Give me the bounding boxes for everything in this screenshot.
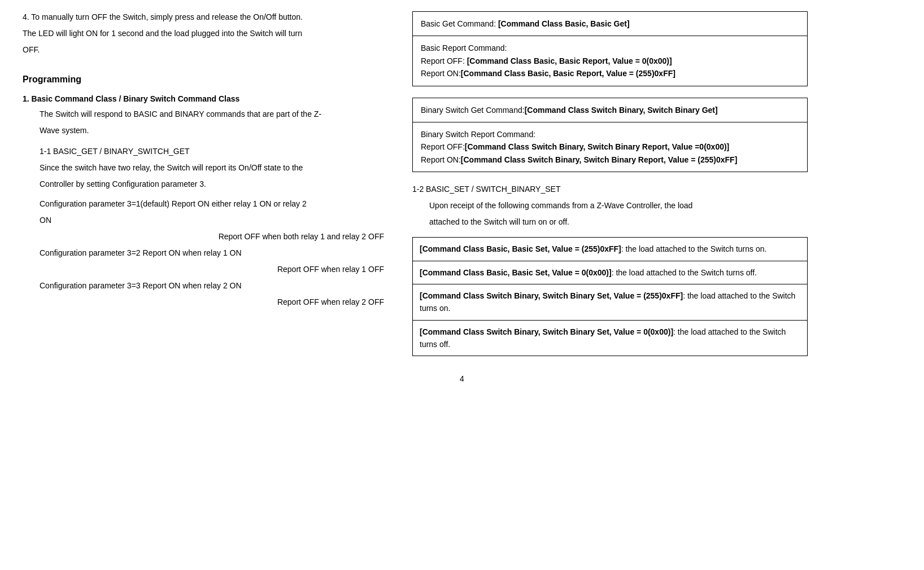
binary-get-label: Binary Switch Get Command:	[421, 106, 525, 115]
config2-text: Configuration parameter 3=2 Report ON wh…	[40, 247, 395, 259]
basic-report-off-pre: Report OFF:	[421, 56, 467, 65]
binary-report-label: Binary Switch Report Command:	[421, 130, 535, 139]
item4-text3: OFF.	[23, 44, 395, 56]
set-command-box: [Command Class Basic, Basic Set, Value =…	[412, 237, 808, 356]
binary-get-bold: [Command Class Switch Binary, Switch Bin…	[525, 106, 718, 115]
right-column: Basic Get Command: [Command Class Basic,…	[412, 11, 808, 356]
binary-report-row: Binary Switch Report Command: Report OFF…	[413, 122, 807, 172]
basic-report-row: Basic Report Command: Report OFF: [Comma…	[413, 36, 807, 85]
section1-desc1: The Switch will respond to BASIC and BIN…	[40, 108, 395, 120]
sub1-text2: Controller by setting Configuration para…	[40, 178, 395, 190]
config1-off: Report OFF when both relay 1 and relay 2…	[40, 231, 395, 243]
cmd1-row: [Command Class Basic, Basic Set, Value =…	[413, 238, 807, 260]
cmd1-bold: [Command Class Basic, Basic Set, Value =…	[420, 244, 621, 253]
sub2-desc1: Upon receipt of the following commands f…	[429, 200, 808, 212]
binary-get-row: Binary Switch Get Command:[Command Class…	[413, 98, 807, 122]
cmd4-row: [Command Class Switch Binary, Switch Bin…	[413, 320, 807, 356]
sub2-section: 1-2 BASIC_SET / SWITCH_BINARY_SET Upon r…	[412, 183, 808, 228]
programming-section: Programming 1. Basic Command Class / Bin…	[23, 73, 395, 308]
sub2-body: Upon receipt of the following commands f…	[429, 200, 808, 228]
binary-report-off-bold: [Command Class Switch Binary, Switch Bin…	[465, 142, 730, 151]
section1-body: The Switch will respond to BASIC and BIN…	[40, 108, 395, 137]
basic-report-on-pre: Report ON:	[421, 69, 461, 78]
basic-report-off-bold: [Command Class Basic, Basic Report, Valu…	[467, 56, 672, 65]
sub2-heading: 1-2 BASIC_SET / SWITCH_BINARY_SET	[412, 183, 808, 195]
cmd1-text: : the load attached to the Switch turns …	[621, 244, 767, 253]
sub1-text1: Since the switch have two relay, the Swi…	[40, 162, 395, 174]
basic-report-label: Basic Report Command:	[421, 43, 507, 52]
sub1-heading: 1-1 BASIC_GET / BINARY_SWITCH_GET	[40, 146, 395, 157]
item4-text1: 4. To manually turn OFF the Switch, simp…	[23, 11, 395, 23]
binary-report-on-bold: [Command Class Switch Binary, Switch Bin…	[461, 155, 737, 164]
cmd3-row: [Command Class Switch Binary, Switch Bin…	[413, 284, 807, 320]
config3-text: Configuration parameter 3=3 Report ON wh…	[40, 280, 395, 292]
config-params: Configuration parameter 3=1(default) Rep…	[40, 198, 395, 308]
page-number: 4	[23, 373, 901, 385]
binary-report-off-pre: Report OFF:	[421, 142, 465, 151]
config2-off: Report OFF when relay 1 OFF	[40, 264, 395, 275]
section1-desc2: Wave system.	[40, 125, 395, 137]
basic-report-on-bold: [Command Class Basic, Basic Report, Valu…	[461, 69, 675, 78]
basic-get-label: Basic Get Command:	[421, 19, 498, 28]
cmd3-bold: [Command Class Switch Binary, Switch Bin…	[420, 291, 683, 300]
basic-get-bold: [Command Class Basic, Basic Get]	[498, 19, 630, 28]
config1-text2: ON	[40, 214, 395, 226]
binary-report-on-pre: Report ON:	[421, 155, 461, 164]
cmd2-text: : the load attached to the Switch turns …	[612, 268, 757, 277]
left-column: 4. To manually turn OFF the Switch, simp…	[23, 11, 395, 356]
config1-text: Configuration parameter 3=1(default) Rep…	[40, 198, 395, 210]
config3-off: Report OFF when relay 2 OFF	[40, 296, 395, 308]
item4-text2: The LED will light ON for 1 second and t…	[23, 28, 395, 40]
basic-command-box: Basic Get Command: [Command Class Basic,…	[412, 11, 808, 86]
cmd2-bold: [Command Class Basic, Basic Set, Value =…	[420, 268, 612, 277]
basic-get-row: Basic Get Command: [Command Class Basic,…	[413, 12, 807, 36]
section1-heading: 1. Basic Command Class / Binary Switch C…	[23, 93, 395, 105]
binary-command-box: Binary Switch Get Command:[Command Class…	[412, 98, 808, 173]
item4-section: 4. To manually turn OFF the Switch, simp…	[23, 11, 395, 56]
cmd4-bold: [Command Class Switch Binary, Switch Bin…	[420, 327, 673, 336]
sub1-section: 1-1 BASIC_GET / BINARY_SWITCH_GET Since …	[40, 146, 395, 190]
cmd2-row: [Command Class Basic, Basic Set, Value =…	[413, 261, 807, 284]
sub2-desc2: attached to the Switch will turn on or o…	[429, 216, 808, 228]
programming-heading: Programming	[23, 73, 395, 86]
